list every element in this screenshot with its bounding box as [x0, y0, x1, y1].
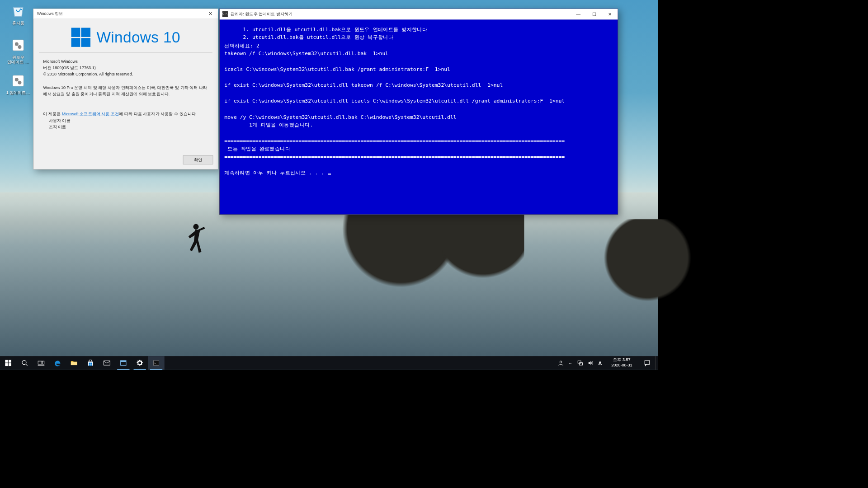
icon-label: 휴지통	[5, 20, 32, 25]
close-button[interactable]: ✕	[203, 9, 218, 19]
app-window-icon	[120, 360, 127, 366]
svg-rect-1	[13, 40, 24, 51]
svg-rect-4	[13, 75, 24, 86]
notification-icon	[644, 360, 651, 366]
winver-window[interactable]: Windows 정보 ✕ Windows 10 Microsoft Window…	[33, 9, 218, 169]
ok-button[interactable]: 확인	[183, 155, 213, 164]
cmd-line: 1개 파일을 이동했습니다.	[224, 122, 313, 128]
winver-edition-text: Windows 10 Pro 운영 체제 및 해당 사용자 인터페이스는 미국,…	[43, 84, 208, 98]
winver-titlebar[interactable]: Windows 정보 ✕	[33, 9, 218, 19]
mail-icon	[104, 360, 110, 366]
maximize-icon: ☐	[592, 11, 596, 16]
taskbar-cmd[interactable]: >_	[148, 356, 164, 370]
icon-label: 윈도우 업데이트 …	[5, 55, 32, 65]
cmd-line: icacls C:\windows\System32\utcutil.dll.b…	[224, 66, 450, 72]
cmd-line: if exist C:\windows\System32\utcutil.dll…	[224, 98, 565, 104]
action-center-button[interactable]	[639, 356, 655, 370]
folder-icon	[71, 360, 77, 366]
cmd-window[interactable]: C:\ 관리자: 윈도우 업데이트 방지하기 — ☐ ✕ 1. utcutil.…	[219, 9, 618, 215]
winver-title-text: Windows 정보	[37, 11, 63, 17]
tray-network[interactable]	[577, 360, 583, 366]
winver-org-label: 조직 이름	[49, 124, 208, 131]
cmd-line: if exist C:\windows\System32\utcutil.dll…	[224, 82, 503, 89]
taskbar-clock[interactable]: 오후 3:57 2020-08-31	[605, 356, 639, 370]
maximize-button[interactable]: ☐	[586, 9, 602, 19]
svg-text:>_: >_	[154, 361, 158, 365]
taskbar-edge[interactable]	[49, 356, 66, 370]
taskbar-store[interactable]	[82, 356, 99, 370]
recycle-bin-icon	[10, 3, 26, 19]
taskbar[interactable]: >_ ︿ A 오후 3:57 2020-08-31	[0, 356, 658, 370]
svg-rect-20	[90, 364, 92, 366]
volume-icon	[588, 360, 594, 366]
ime-indicator: A	[598, 360, 602, 366]
svg-rect-23	[121, 361, 126, 362]
cmd-line: 1. utcutil.dll을 utcutil.dll.bak으로 윈도우 업데…	[224, 26, 427, 33]
svg-rect-30	[645, 361, 650, 364]
taskbar-winver[interactable]	[115, 356, 132, 370]
svg-rect-10	[9, 363, 11, 366]
search-button[interactable]	[16, 356, 33, 370]
svg-rect-13	[38, 361, 42, 364]
icon-label: 1 업데이트…	[5, 90, 32, 95]
svg-point-0	[193, 224, 198, 230]
license-terms-link[interactable]: Microsoft 소프트웨어 사용 조건	[62, 112, 119, 117]
windows-logo-icon	[71, 28, 90, 47]
people-button[interactable]	[558, 360, 564, 366]
clock-time: 오후 3:57	[608, 357, 636, 362]
ok-button-label: 확인	[194, 157, 202, 163]
close-button[interactable]: ✕	[602, 9, 618, 19]
chevron-up-icon: ︿	[568, 360, 572, 366]
start-button[interactable]	[0, 356, 16, 370]
svg-point-5	[15, 78, 19, 81]
cmd-continue: 계속하려면 아무 키나 누르십시오 . . .	[224, 169, 327, 176]
winver-version: 버전 1809(OS 빌드 17763.1)	[43, 65, 208, 71]
tray-ime[interactable]: A	[598, 360, 602, 366]
system-tray: ︿ A	[553, 356, 604, 370]
batch-file-icon	[10, 37, 26, 53]
cmd-line: 선택하세요: 2	[224, 42, 259, 49]
desktop-icon-recycle-bin[interactable]: 휴지통	[5, 3, 32, 25]
taskbar-file-explorer[interactable]	[66, 356, 82, 370]
svg-point-24	[139, 362, 141, 364]
gear-icon	[137, 360, 143, 366]
svg-rect-7	[5, 360, 8, 362]
desktop-icon-update-1[interactable]: 1 업데이트…	[5, 73, 32, 95]
cmd-divider: ========================================…	[224, 154, 565, 160]
svg-line-12	[26, 364, 28, 366]
svg-rect-21	[104, 361, 110, 365]
clock-date: 2020-08-31	[608, 363, 636, 368]
minimize-button[interactable]: —	[571, 9, 586, 19]
cmd-titlebar[interactable]: C:\ 관리자: 윈도우 업데이트 방지하기 — ☐ ✕	[220, 9, 618, 19]
desktop-icon-update-blocker[interactable]: 윈도우 업데이트 …	[5, 37, 32, 65]
svg-point-6	[18, 81, 22, 84]
winver-user-label: 사용자 이름	[49, 117, 208, 124]
winver-copyright: © 2018 Microsoft Corporation. All rights…	[43, 71, 208, 78]
cmd-line: takeown /f C:\windows\System32\utcutil.d…	[224, 50, 388, 56]
store-icon	[87, 360, 94, 366]
taskbar-settings[interactable]	[132, 356, 148, 370]
close-icon: ✕	[608, 11, 612, 16]
close-icon: ✕	[208, 11, 212, 16]
search-icon	[21, 360, 28, 366]
taskbar-mail[interactable]	[99, 356, 115, 370]
svg-rect-17	[89, 363, 90, 364]
winver-product: Microsoft Windows	[43, 58, 208, 65]
task-view-button[interactable]	[33, 356, 49, 370]
edge-icon	[54, 360, 61, 366]
svg-rect-19	[89, 364, 90, 366]
cmd-title-text: 관리자: 윈도우 업데이트 방지하기	[231, 11, 292, 17]
cmd-divider: ========================================…	[224, 138, 565, 144]
batch-file-icon	[10, 73, 26, 89]
winver-body: Windows 10 Microsoft Windows 버전 1809(OS …	[33, 19, 218, 152]
wallpaper-runner	[185, 223, 205, 264]
windows-wordmark: Windows 10	[96, 29, 180, 46]
network-icon	[577, 360, 583, 366]
cmd-done: 모든 작업을 완료했습니다	[224, 146, 290, 152]
svg-rect-8	[9, 360, 11, 362]
tray-overflow-button[interactable]: ︿	[568, 360, 572, 366]
tray-volume[interactable]	[588, 360, 594, 366]
cmd-icon: >_	[153, 360, 160, 366]
show-desktop-button[interactable]	[656, 356, 658, 370]
svg-rect-16	[71, 362, 77, 365]
